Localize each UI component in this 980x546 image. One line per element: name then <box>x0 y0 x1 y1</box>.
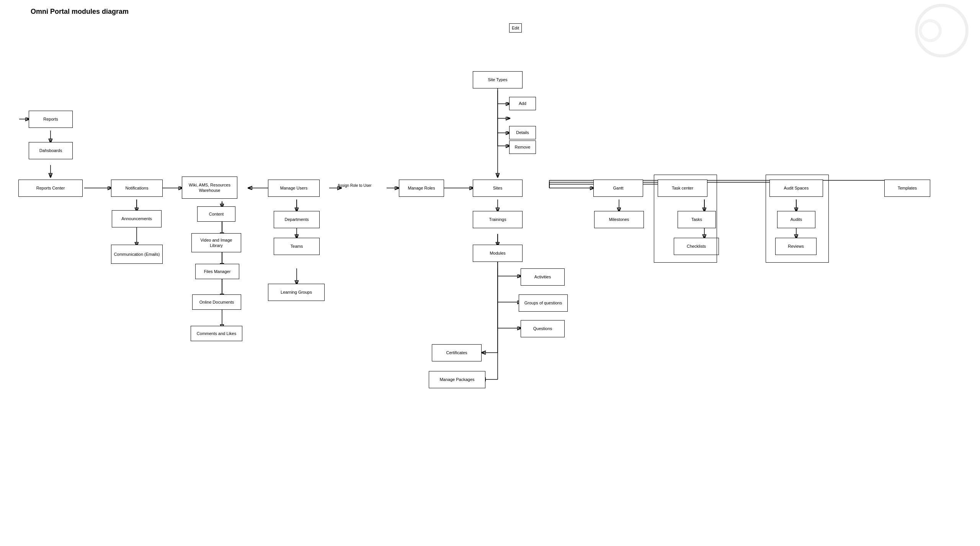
assign-role-label: Assign Role to User <box>338 183 371 188</box>
certificates-box: Certificates <box>432 344 482 361</box>
online-docs-box: Online Documents <box>192 294 241 310</box>
diagram-title: Omni Portal modules diagram <box>31 8 972 16</box>
communication-box: Communication (Emails) <box>111 245 163 264</box>
templates-box: Templates <box>884 180 930 197</box>
teams-box: Teams <box>274 238 320 255</box>
content-box: Content <box>197 206 235 222</box>
notifications-box: Notifications <box>111 180 163 197</box>
sites-box: Sites <box>473 180 523 197</box>
details-box: Details <box>509 126 536 139</box>
task-center-box: Task center <box>658 180 707 197</box>
dashboards-box: Dahsboards <box>29 142 73 159</box>
arrows-svg <box>8 23 965 544</box>
milestones-box: Milestones <box>594 211 644 228</box>
tasks-box: Tasks <box>678 211 716 228</box>
remove-box: Remove <box>509 141 536 154</box>
audit-spaces-box: Audit Spaces <box>769 180 823 197</box>
reports-box: Reports <box>29 111 73 128</box>
manage-users-box: Manage Users <box>268 180 320 197</box>
audits-box: Audits <box>777 211 815 228</box>
manage-roles-box: Manage Roles <box>399 180 444 197</box>
add-box: Add <box>509 97 536 110</box>
modules-box: Modules <box>473 245 523 262</box>
page: Omni Portal modules diagram <box>0 0 980 546</box>
checklists-box: Checklists <box>674 238 719 255</box>
learning-groups-box: Learning Groups <box>268 284 325 301</box>
manage-packages-box: Manage Packages <box>429 371 485 388</box>
reviews-box: Reviews <box>775 238 817 255</box>
announcements-box: Announcements <box>112 210 162 227</box>
reports-center-box: Reports Center <box>18 180 83 197</box>
comments-likes-box: Comments and Likes <box>191 326 242 341</box>
diagram-area: Reports Dahsboards Reports Center Notifi… <box>8 23 965 544</box>
departments-box: Departments <box>274 211 320 228</box>
site-types-box: Site Types <box>473 71 523 88</box>
groups-questions-box: Groups of questions <box>519 294 568 312</box>
questions-box: Questions <box>521 320 565 337</box>
video-image-box: Video and Image Library <box>191 233 241 252</box>
gantt-box: Gantt <box>593 180 643 197</box>
activities-box: Activities <box>521 268 565 286</box>
edit-box: Edit <box>509 23 522 33</box>
trainings-box: Trainings <box>473 211 523 228</box>
wiki-ams-box: Wiki, AMS, Resources Warehouse <box>182 177 237 199</box>
files-manager-box: Files Manager <box>195 264 239 279</box>
